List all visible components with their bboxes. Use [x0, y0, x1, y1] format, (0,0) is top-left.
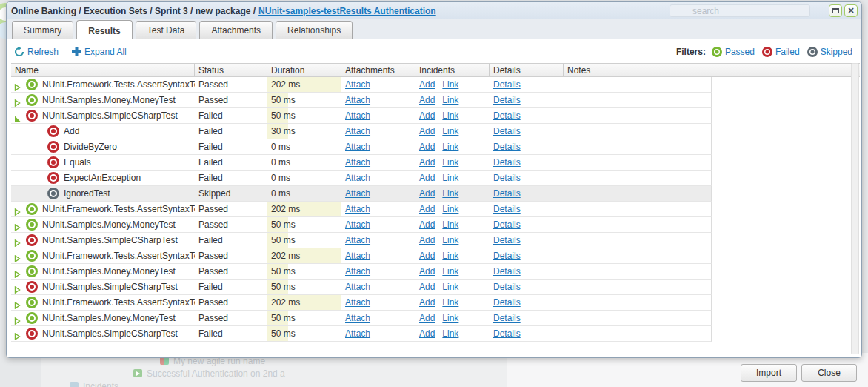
- attach-link[interactable]: Attach: [345, 110, 370, 121]
- tab-attachments[interactable]: Attachments: [199, 21, 273, 39]
- maximize-button[interactable]: [829, 4, 842, 17]
- attach-link[interactable]: Attach: [345, 313, 370, 323]
- filter-failed[interactable]: Failed: [762, 47, 800, 57]
- link-incident-link[interactable]: Link: [442, 95, 458, 105]
- collapsed-expander-icon[interactable]: [14, 221, 21, 228]
- details-link[interactable]: Details: [493, 110, 521, 121]
- tab-relationships[interactable]: Relationships: [276, 21, 353, 39]
- add-incident-link[interactable]: Add: [419, 79, 435, 90]
- attach-link[interactable]: Attach: [345, 328, 370, 339]
- add-incident-link[interactable]: Add: [419, 95, 435, 105]
- collapsed-expander-icon[interactable]: [14, 252, 21, 259]
- add-incident-link[interactable]: Add: [419, 219, 435, 230]
- details-link[interactable]: Details: [493, 204, 521, 214]
- attach-link[interactable]: Attach: [345, 282, 370, 292]
- link-incident-link[interactable]: Link: [442, 328, 458, 339]
- link-incident-link[interactable]: Link: [442, 282, 458, 292]
- column-header-details[interactable]: Details: [490, 64, 564, 76]
- details-link[interactable]: Details: [493, 297, 521, 308]
- filter-passed[interactable]: Passed: [712, 47, 755, 57]
- add-incident-link[interactable]: Add: [419, 313, 435, 323]
- collapsed-expander-icon[interactable]: [14, 236, 21, 244]
- tab-summary[interactable]: Summary: [12, 21, 73, 39]
- breadcrumb-current-link[interactable]: NUnit-samples-testResults Authentication: [258, 6, 436, 16]
- link-incident-link[interactable]: Link: [442, 157, 458, 168]
- link-incident-link[interactable]: Link: [442, 142, 458, 152]
- collapsed-expander-icon[interactable]: [14, 314, 21, 322]
- tab-test-data[interactable]: Test Data: [136, 21, 197, 39]
- details-link[interactable]: Details: [493, 126, 521, 136]
- link-incident-link[interactable]: Link: [442, 219, 458, 230]
- attach-link[interactable]: Attach: [345, 173, 370, 183]
- close-button[interactable]: Close: [801, 364, 857, 382]
- expanded-expander-icon[interactable]: [14, 112, 21, 119]
- add-incident-link[interactable]: Add: [419, 282, 435, 292]
- add-incident-link[interactable]: Add: [419, 297, 435, 308]
- add-incident-link[interactable]: Add: [419, 188, 435, 199]
- link-incident-link[interactable]: Link: [442, 110, 458, 121]
- collapsed-expander-icon[interactable]: [14, 268, 21, 275]
- close-dialog-button[interactable]: ✕: [844, 4, 858, 17]
- add-incident-link[interactable]: Add: [419, 126, 435, 136]
- details-link[interactable]: Details: [493, 328, 521, 339]
- link-incident-link[interactable]: Link: [442, 251, 458, 261]
- link-incident-link[interactable]: Link: [442, 235, 458, 245]
- details-link[interactable]: Details: [493, 251, 521, 261]
- add-incident-link[interactable]: Add: [419, 157, 435, 168]
- attach-link[interactable]: Attach: [345, 95, 370, 105]
- details-link[interactable]: Details: [493, 95, 521, 105]
- add-incident-link[interactable]: Add: [419, 266, 435, 277]
- attach-link[interactable]: Attach: [345, 297, 370, 308]
- add-incident-link[interactable]: Add: [419, 110, 435, 121]
- column-header-incidents[interactable]: Incidents: [415, 64, 490, 76]
- add-incident-link[interactable]: Add: [419, 173, 435, 183]
- details-link[interactable]: Details: [493, 142, 521, 152]
- column-header-duration[interactable]: Duration: [267, 64, 341, 76]
- details-link[interactable]: Details: [493, 79, 521, 90]
- attach-link[interactable]: Attach: [345, 126, 370, 136]
- add-incident-link[interactable]: Add: [419, 204, 435, 214]
- attach-link[interactable]: Attach: [345, 266, 370, 277]
- collapsed-expander-icon[interactable]: [14, 330, 21, 337]
- details-link[interactable]: Details: [493, 173, 521, 183]
- collapsed-expander-icon[interactable]: [14, 96, 21, 104]
- expand-all-button[interactable]: Expand All: [72, 47, 127, 57]
- column-header-name[interactable]: Name: [11, 64, 195, 76]
- details-link[interactable]: Details: [493, 235, 521, 245]
- attach-link[interactable]: Attach: [345, 157, 370, 168]
- details-link[interactable]: Details: [493, 266, 521, 277]
- column-header-notes[interactable]: Notes: [564, 64, 710, 76]
- attach-link[interactable]: Attach: [345, 204, 370, 214]
- tab-results[interactable]: Results: [76, 20, 132, 39]
- details-link[interactable]: Details: [493, 219, 521, 230]
- collapsed-expander-icon[interactable]: [14, 283, 21, 291]
- column-header-attachments[interactable]: Attachments: [341, 64, 415, 76]
- attach-link[interactable]: Attach: [345, 219, 370, 230]
- collapsed-expander-icon[interactable]: [14, 299, 21, 306]
- filter-skipped[interactable]: Skipped: [807, 47, 852, 57]
- link-incident-link[interactable]: Link: [442, 79, 458, 90]
- link-incident-link[interactable]: Link: [442, 266, 458, 277]
- details-link[interactable]: Details: [493, 313, 521, 323]
- link-incident-link[interactable]: Link: [442, 126, 458, 136]
- collapsed-expander-icon[interactable]: [14, 81, 21, 88]
- add-incident-link[interactable]: Add: [419, 251, 435, 261]
- link-incident-link[interactable]: Link: [442, 313, 458, 323]
- refresh-button[interactable]: Refresh: [14, 47, 59, 57]
- link-incident-link[interactable]: Link: [442, 204, 458, 214]
- details-link[interactable]: Details: [493, 282, 521, 292]
- import-button[interactable]: Import: [741, 364, 797, 382]
- attach-link[interactable]: Attach: [345, 188, 370, 199]
- link-incident-link[interactable]: Link: [442, 173, 458, 183]
- attach-link[interactable]: Attach: [345, 142, 370, 152]
- add-incident-link[interactable]: Add: [419, 235, 435, 245]
- column-header-status[interactable]: Status: [195, 64, 267, 76]
- vertical-scrollbar[interactable]: [851, 63, 859, 354]
- collapsed-expander-icon[interactable]: [14, 205, 21, 213]
- details-link[interactable]: Details: [493, 157, 521, 168]
- attach-link[interactable]: Attach: [345, 79, 370, 90]
- add-incident-link[interactable]: Add: [419, 328, 435, 339]
- add-incident-link[interactable]: Add: [419, 142, 435, 152]
- attach-link[interactable]: Attach: [345, 235, 370, 245]
- link-incident-link[interactable]: Link: [442, 188, 458, 199]
